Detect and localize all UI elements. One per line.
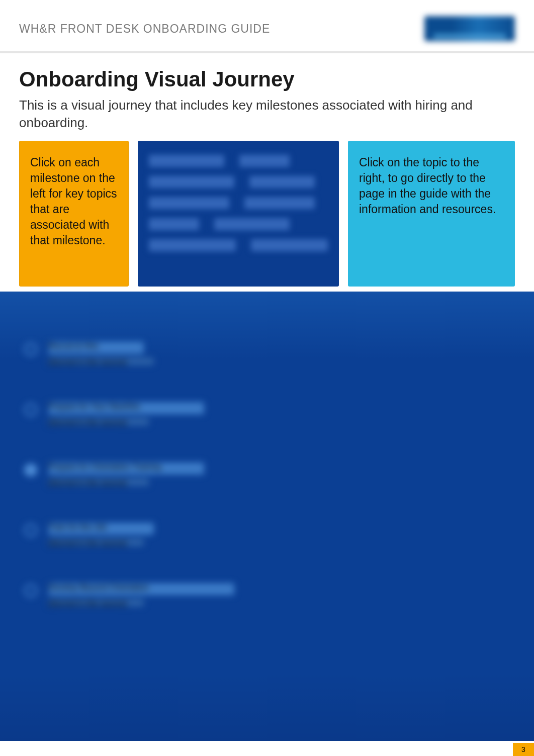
page-subtitle: This is a visual journey that includes k… xyxy=(19,97,515,132)
instruction-panels: Click on each milestone on the left for … xyxy=(19,141,515,287)
bullet-icon xyxy=(24,463,37,477)
bullet-icon xyxy=(24,343,37,356)
wyndham-university-logo xyxy=(424,16,515,41)
bullet-icon xyxy=(24,584,37,597)
milestone-title: Prepare for Your NewHire xyxy=(48,402,204,414)
milestone-prepare-orientation[interactable]: Prepare for Orientation Training (blurre… xyxy=(24,462,510,486)
milestone-subtitle: (blurred in the source) xyxy=(48,358,154,365)
top-content: Onboarding Visual Journey This is a visu… xyxy=(0,67,534,323)
milestone-train-job[interactable]: Train for the Job (blurred in the source… xyxy=(24,523,510,546)
milestone-subtitle: (blurred in the source) xyxy=(48,418,149,425)
milestones-section: Recruit & Hire (blurred in the source) P… xyxy=(0,292,534,741)
bullet-icon xyxy=(24,403,37,416)
page-heading: Onboarding Visual Journey xyxy=(19,67,515,91)
header-title: WH&R FRONT DESK ONBOARDING GUIDE xyxy=(19,22,270,36)
milestone-title: Prepare for Orientation Training xyxy=(48,462,204,475)
right-instruction-text: Click on the topic to the right, to go d… xyxy=(359,156,496,216)
milestone-title: Recruit & Hire xyxy=(48,342,144,354)
left-instruction-text: Click on each milestone on the left for … xyxy=(30,156,117,247)
center-milestone-map[interactable] xyxy=(138,141,339,287)
page-number-tab: 3 xyxy=(513,743,534,756)
left-instruction-panel: Click on each milestone on the left for … xyxy=(19,141,129,287)
document-header: WH&R FRONT DESK ONBOARDING GUIDE xyxy=(0,0,534,53)
milestone-recruit-hire[interactable]: Recruit & Hire (blurred in the source) xyxy=(24,342,510,365)
page-number: 3 xyxy=(521,745,525,753)
milestone-subtitle: (blurred in the source) xyxy=(48,539,144,546)
milestone-develop-beyond[interactable]: Develop Beyond Orientation (blurred in t… xyxy=(24,583,510,606)
milestone-subtitle: (blurred in the source) xyxy=(48,599,144,606)
milestone-prepare-newhire[interactable]: Prepare for Your NewHire (blurred in the… xyxy=(24,402,510,425)
milestone-title: Develop Beyond Orientation xyxy=(48,583,234,595)
milestone-title: Train for the Job xyxy=(48,523,154,535)
milestone-subtitle: (blurred in the source) xyxy=(48,479,149,486)
bullet-icon xyxy=(24,524,37,537)
milestone-list: Recruit & Hire (blurred in the source) P… xyxy=(0,292,534,626)
right-instruction-panel: Click on the topic to the right, to go d… xyxy=(348,141,515,287)
